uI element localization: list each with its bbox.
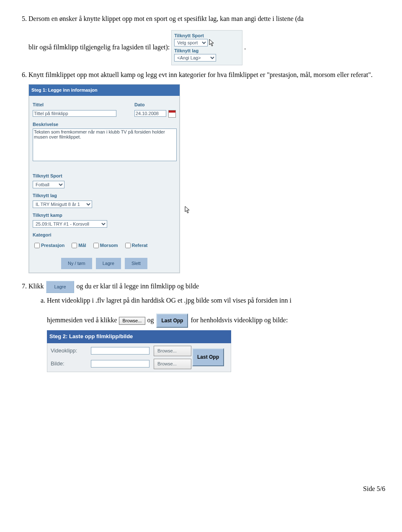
step1-titlebar: Steg 1: Legge inn informasjon <box>29 85 180 96</box>
list-item-7: Klikk Lagre og du er klar til å legge in… <box>28 280 385 372</box>
label-dato: Dato <box>134 100 176 109</box>
cursor-icon <box>209 39 216 47</box>
input-videoklipp[interactable] <box>91 347 149 355</box>
label-videoklipp: Videoklipp: <box>51 346 91 356</box>
text: og du er klar til å legge inn filmklipp … <box>77 283 199 290</box>
input-tittel[interactable] <box>33 110 116 117</box>
text: . <box>244 44 246 51</box>
step1-form: Steg 1: Legge inn informasjon Tittel Dat… <box>28 84 180 273</box>
select-sport[interactable]: Fotball <box>33 181 64 188</box>
cursor-icon <box>185 206 191 214</box>
label-sport: Tilknytt Sport <box>33 172 176 180</box>
checkbox-maal-label[interactable]: Mål <box>70 243 86 248</box>
input-bilde[interactable] <box>91 360 149 368</box>
label-tittel: Tittel <box>33 100 126 109</box>
lastopp-button[interactable]: Last Opp <box>192 348 224 366</box>
step2-panel: Steg 2: Laste opp filmklipp/bilde Videok… <box>47 330 231 372</box>
select-lag[interactable]: IL TRY Minigutt 8 år 1 <box>33 200 92 208</box>
svg-marker-1 <box>185 206 189 213</box>
text: for henholdsvis videoklipp og bilde: <box>191 316 288 324</box>
label-kategori: Kategori <box>33 231 176 239</box>
text: hjemmesiden ved å klikke <box>47 316 119 324</box>
lagre-button-inline[interactable]: Lagre <box>46 281 74 293</box>
input-dato[interactable] <box>134 110 166 117</box>
label-beskrivelse: Beskrivelse <box>33 120 176 129</box>
checkbox-prestasjon-label[interactable]: Prestasjon <box>33 243 64 248</box>
checkbox-prestasjon[interactable] <box>34 243 40 248</box>
label-bilde: Bilde: <box>51 359 91 369</box>
select-sport-inline[interactable]: Velg sport <box>174 39 208 46</box>
checkbox-maal[interactable] <box>72 243 77 248</box>
label-lag: Tilknytt lag <box>33 191 176 200</box>
text: Knytt filmklippet opp mot aktuell kamp o… <box>28 71 373 78</box>
checkbox-morsom-label[interactable]: Morsom <box>92 243 118 248</box>
browse-button-bilde[interactable]: Browse... <box>154 359 191 369</box>
list-item-7a: Hent videoklipp i .flv lagret på din har… <box>47 295 385 328</box>
text: blir også filmklipp tilgjengelig fra lag… <box>28 44 171 51</box>
textarea-beskrivelse[interactable]: Teksten som fremkommer når man i klubb T… <box>33 129 177 161</box>
checkbox-referat-label[interactable]: Referat <box>124 243 148 248</box>
text: Hent videoklipp i .flv lagret på din har… <box>47 297 291 304</box>
button-lagre[interactable]: Lagre <box>96 258 121 269</box>
checkbox-referat[interactable] <box>125 243 131 248</box>
select-kamp[interactable]: 25.09:IL TRY #1 - Korsvoll <box>33 220 107 228</box>
list-item-6: Knytt filmklippet opp mot aktuell kamp o… <box>28 69 385 277</box>
calendar-icon[interactable] <box>168 110 176 118</box>
checkbox-morsom[interactable] <box>93 243 99 248</box>
label-tilknytt-sport: Tilknytt Sport <box>174 33 240 38</box>
svg-marker-0 <box>209 39 214 46</box>
browse-button-video[interactable]: Browse... <box>154 346 191 356</box>
browse-button-inline[interactable]: Browse... <box>119 317 146 325</box>
text: og <box>147 316 155 324</box>
lastopp-button-inline[interactable]: Last Opp <box>156 314 188 328</box>
button-slett[interactable]: Slett <box>125 258 147 269</box>
button-ny-tom[interactable]: Ny / tøm <box>61 258 92 269</box>
page-footer: Side 5/6 <box>17 485 385 493</box>
text: Klikk <box>28 283 45 290</box>
label-kamp: Tilknytt kamp <box>33 211 176 220</box>
tilknytt-panel-inline: Tilknytt Sport Velg sport Tilknytt lag <… <box>171 30 242 65</box>
step2-titlebar: Steg 2: Laste opp filmklipp/bilde <box>47 330 231 343</box>
label-tilknytt-lag: Tilknytt lag <box>174 49 240 53</box>
text: Dersom en ønsker å knytte klippet opp mo… <box>28 15 304 22</box>
list-item-5: Dersom en ønsker å knytte klippet opp mo… <box>28 13 385 65</box>
select-lag-inline[interactable]: <Angi Lag> <box>174 54 216 62</box>
